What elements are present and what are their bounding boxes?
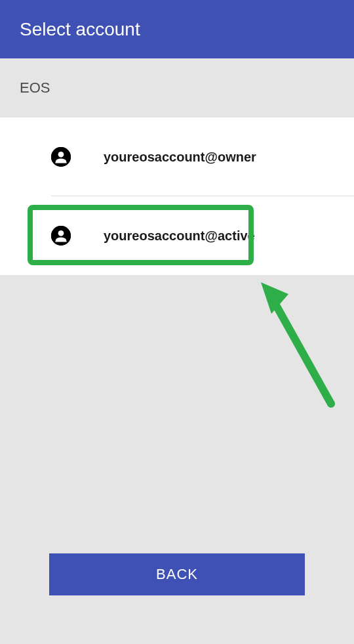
arrow-annotation (256, 276, 347, 414)
page-title: Select account (20, 19, 140, 40)
app-header: Select account (0, 0, 354, 58)
account-label: youreosaccount@owner (104, 150, 256, 165)
account-item-active[interactable]: youreosaccount@active (0, 196, 354, 275)
svg-point-1 (58, 152, 64, 158)
svg-marker-6 (261, 282, 288, 314)
svg-point-3 (58, 230, 64, 236)
account-item-owner[interactable]: youreosaccount@owner (0, 118, 354, 196)
svg-line-5 (269, 292, 331, 404)
section-title: EOS (20, 79, 50, 97)
section-header: EOS (0, 58, 354, 118)
back-button[interactable]: BACK (49, 553, 305, 595)
person-icon (51, 147, 71, 167)
account-list: youreosaccount@owner youreosaccount@acti… (0, 118, 354, 275)
account-label: youreosaccount@active (104, 228, 255, 244)
person-icon (51, 226, 71, 246)
